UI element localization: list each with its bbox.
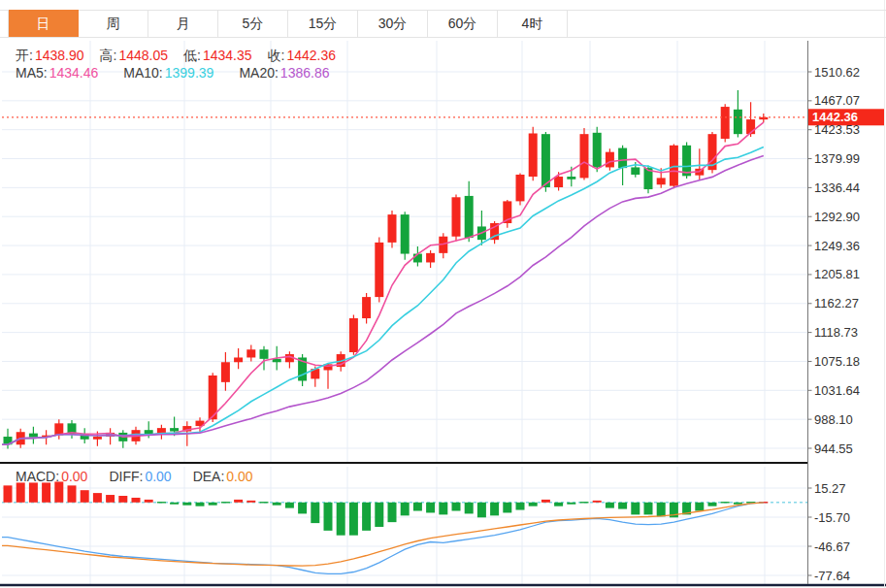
svg-text:988.10: 988.10 bbox=[814, 412, 853, 427]
open-value: 1438.90 bbox=[35, 48, 84, 63]
ma20-readout: MA20:1386.86 bbox=[239, 65, 329, 81]
dea-value: 0.00 bbox=[226, 469, 252, 484]
open-label: 开: bbox=[16, 48, 33, 63]
macd-label: MACD: bbox=[16, 469, 59, 484]
svg-text:1075.18: 1075.18 bbox=[814, 354, 860, 369]
diff-readout: DIFF:0.00 bbox=[109, 469, 171, 484]
kline-widget: 1442.361510.621467.071423.531379.991336.… bbox=[0, 0, 886, 588]
svg-text:-77.64: -77.64 bbox=[814, 569, 850, 583]
ma20-label: MA20: bbox=[239, 65, 278, 81]
svg-text:1118.73: 1118.73 bbox=[814, 325, 858, 340]
candles bbox=[4, 90, 769, 448]
ma-row: MA5:1434.46 MA10:1399.39 MA20:1386.86 bbox=[16, 65, 329, 81]
svg-text:1162.27: 1162.27 bbox=[814, 296, 859, 310]
svg-text:1031.64: 1031.64 bbox=[814, 383, 860, 398]
dea-label: DEA: bbox=[193, 469, 225, 484]
macd-histogram bbox=[4, 481, 769, 535]
tab-日[interactable]: 日 bbox=[9, 10, 79, 37]
tab-周[interactable]: 周 bbox=[79, 10, 148, 37]
chart-canvas[interactable]: 1442.361510.621467.071423.531379.991336.… bbox=[0, 0, 886, 588]
macd-header: MACD:0.00 DIFF:0.00 DEA:0.00 bbox=[16, 469, 253, 484]
macd-readout: MACD:0.00 bbox=[16, 469, 87, 484]
ohlc-row: 开:1438.90 高:1448.05 低:1434.35 收:1442.36 bbox=[16, 48, 336, 65]
svg-text:1510.62: 1510.62 bbox=[814, 65, 860, 80]
ma20-line bbox=[2, 156, 764, 445]
ma5-readout: MA5:1434.46 bbox=[16, 65, 98, 81]
ma20-value: 1386.86 bbox=[280, 65, 330, 81]
tab-4时[interactable]: 4时 bbox=[498, 10, 568, 37]
close-value: 1442.36 bbox=[286, 48, 336, 63]
svg-text:1423.53: 1423.53 bbox=[814, 122, 860, 137]
svg-text:1379.99: 1379.99 bbox=[814, 151, 860, 166]
ma5-value: 1434.46 bbox=[49, 65, 99, 81]
diff-value: 0.00 bbox=[145, 469, 171, 484]
svg-text:1467.07: 1467.07 bbox=[814, 93, 860, 108]
high-readout: 高:1448.05 bbox=[100, 48, 169, 65]
low-value: 1434.35 bbox=[203, 48, 252, 63]
period-tabs: 日周月5分15分30分60分4时 bbox=[8, 10, 568, 37]
low-readout: 低:1434.35 bbox=[183, 48, 252, 65]
high-value: 1448.05 bbox=[118, 48, 168, 63]
low-label: 低: bbox=[183, 48, 201, 63]
close-label: 收: bbox=[268, 48, 285, 63]
svg-text:944.55: 944.55 bbox=[814, 441, 853, 456]
dea-readout: DEA:0.00 bbox=[193, 469, 253, 484]
svg-text:15.27: 15.27 bbox=[814, 481, 846, 496]
open-readout: 开:1438.90 bbox=[16, 48, 84, 65]
svg-text:1292.90: 1292.90 bbox=[814, 210, 860, 224]
ma10-value: 1399.39 bbox=[165, 65, 214, 81]
svg-text:1336.44: 1336.44 bbox=[814, 180, 860, 195]
svg-text:-15.70: -15.70 bbox=[814, 510, 850, 525]
ma10-readout: MA10:1399.39 bbox=[123, 65, 213, 81]
svg-text:-46.67: -46.67 bbox=[814, 539, 850, 554]
tab-30分[interactable]: 30分 bbox=[358, 10, 428, 37]
tab-60分[interactable]: 60分 bbox=[428, 10, 498, 37]
tab-月[interactable]: 月 bbox=[148, 10, 218, 37]
high-label: 高: bbox=[100, 48, 117, 63]
svg-text:1249.36: 1249.36 bbox=[814, 239, 860, 253]
tab-15分[interactable]: 15分 bbox=[288, 10, 358, 37]
y-axis-labels: 1510.621467.071423.531379.991336.441292.… bbox=[808, 65, 861, 583]
ma10-label: MA10: bbox=[123, 65, 162, 81]
close-readout: 收:1442.36 bbox=[268, 48, 337, 65]
tab-5分[interactable]: 5分 bbox=[218, 10, 288, 37]
macd-value: 0.00 bbox=[61, 469, 87, 484]
tabbar-bottom-border bbox=[0, 37, 886, 38]
ma5-label: MA5: bbox=[16, 65, 48, 81]
diff-label: DIFF: bbox=[109, 469, 143, 484]
svg-text:1205.81: 1205.81 bbox=[814, 267, 860, 281]
